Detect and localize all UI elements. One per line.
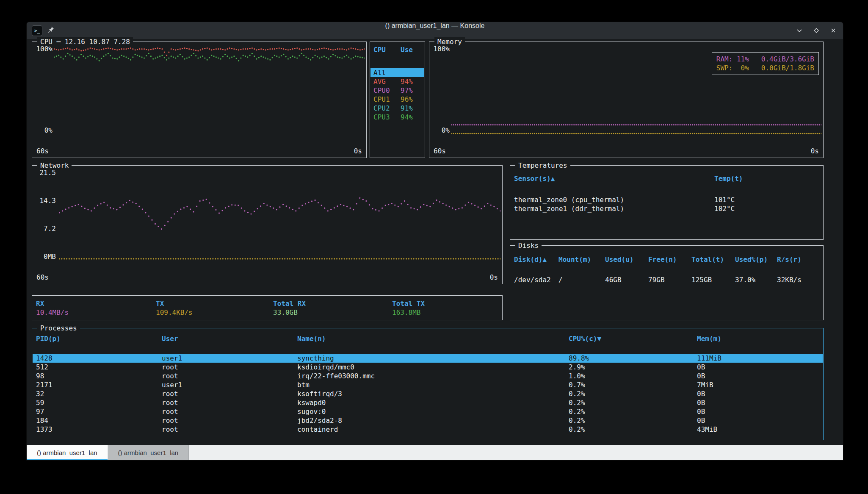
cpu-row-cpu1[interactable]: CPU1 96% bbox=[370, 95, 424, 104]
cpu-row-avg[interactable]: AVG 94% bbox=[370, 77, 424, 86]
close-button[interactable] bbox=[828, 25, 839, 36]
table-row[interactable]: thermal_zone0 (cpu_thermal) 101°C bbox=[514, 195, 819, 204]
total-tx-header: Total TX bbox=[392, 299, 498, 308]
rx-value: 10.4MB/s bbox=[36, 308, 156, 317]
cpu-legend-header: CPU Use bbox=[373, 45, 421, 54]
memory-y-max: 100% bbox=[432, 44, 450, 53]
cpu-col-header-sorted[interactable]: CPU%(c)▼ bbox=[569, 334, 697, 343]
total-rx-value: 33.0GB bbox=[273, 308, 392, 317]
processes-panel: Processes PID(p) User Name(n) CPU%(c)▼ M… bbox=[32, 328, 824, 440]
minimize-button[interactable] bbox=[794, 25, 805, 36]
rx-header: RX bbox=[36, 299, 156, 308]
table-row[interactable]: 1428user1syncthing89.8%111MiB bbox=[33, 354, 823, 363]
window-title: () armbian_user1_lan — Konsole bbox=[27, 22, 843, 39]
tx-value: 109.4KB/s bbox=[156, 308, 273, 317]
table-row[interactable]: 512rootksdioirqd/mmc02.9%0B bbox=[33, 363, 823, 372]
table-row[interactable]: 184rootjbd2/sda2-80.2%0B bbox=[33, 416, 823, 425]
disks-panel-title: Disks bbox=[515, 241, 542, 250]
processes-panel-title: Processes bbox=[37, 324, 80, 333]
net-io-values: 10.4MB/s 109.4KB/s 33.0GB 163.8MB bbox=[36, 308, 498, 317]
cpu-y-max: 100% bbox=[35, 44, 53, 53]
disks-panel: Disks Disk(d)▲ Mount(m) Used(u) Free(n) … bbox=[510, 245, 824, 320]
name-col-header[interactable]: Name(n) bbox=[297, 334, 569, 343]
memory-time-right: 0s bbox=[811, 147, 819, 155]
tab-armbian-2[interactable]: () armbian_user1_lan bbox=[108, 445, 189, 460]
temperatures-rows: thermal_zone0 (cpu_thermal) 101°C therma… bbox=[514, 195, 819, 213]
cpu-row-cpu2[interactable]: CPU2 91% bbox=[370, 104, 424, 113]
network-time-left: 60s bbox=[36, 273, 49, 282]
temperatures-panel: Temperatures Sensor(s)▲ Temp(t) thermal_… bbox=[510, 165, 824, 240]
processes-rows: 1428user1syncthing89.8%111MiB 512rootksd… bbox=[33, 354, 823, 434]
cpu-col-header: CPU bbox=[373, 45, 401, 54]
mem-col-header[interactable]: Mem(m) bbox=[697, 334, 819, 343]
temperatures-panel-title: Temperatures bbox=[515, 161, 570, 170]
konsole-window: () armbian_user1_lan — Konsole >_ bbox=[27, 22, 843, 460]
pid-col-header[interactable]: PID(p) bbox=[36, 334, 162, 343]
maximize-button[interactable] bbox=[811, 25, 822, 36]
processes-header: PID(p) User Name(n) CPU%(c)▼ Mem(m) bbox=[36, 334, 819, 343]
use-col-header: Use bbox=[401, 45, 421, 54]
memory-panel: Memory RAM: 11% 0.4GiB/3.6GiB SWP: 0% 0.… bbox=[429, 42, 824, 158]
disks-header: Disk(d)▲ Mount(m) Used(u) Free(n) Total(… bbox=[514, 255, 819, 264]
total-rx-header: Total RX bbox=[273, 299, 392, 308]
network-y-axis: 21.5 14.3 7.2 0MB bbox=[34, 168, 56, 261]
table-row[interactable]: 1373rootcontainerd0.2%43MiB bbox=[33, 425, 823, 434]
tab-armbian-1[interactable]: () armbian_user1_lan bbox=[27, 445, 108, 460]
temperatures-header: Sensor(s)▲ Temp(t) bbox=[514, 174, 819, 183]
cpu-legend-rows: All AVG 94% CPU0 97% CPU1 96% bbox=[370, 68, 424, 122]
cpu-row-cpu0[interactable]: CPU0 97% bbox=[370, 86, 424, 95]
cpu-time-right: 0s bbox=[354, 147, 362, 155]
disks-rows: /dev/sda2 / 46GB 79GB 125GB 37.0% 32KB/s bbox=[514, 275, 819, 284]
network-graph bbox=[59, 168, 500, 261]
table-row[interactable]: 2171user1btm0.7%7MiB bbox=[33, 380, 823, 389]
temp-col-header[interactable]: Temp(t) bbox=[714, 174, 819, 183]
net-io-panel: RX TX Total RX Total TX 10.4MB/s 109.4KB… bbox=[32, 295, 503, 320]
table-row[interactable]: 59rootkswapd00.2%0B bbox=[33, 398, 823, 407]
memory-graph bbox=[451, 44, 821, 135]
memory-y-min: 0% bbox=[432, 126, 450, 135]
table-row[interactable]: thermal_zone1 (ddr_thermal) 102°C bbox=[514, 204, 819, 213]
total-tx-value: 163.8MB bbox=[392, 308, 498, 317]
desktop: () armbian_user1_lan — Konsole >_ bbox=[0, 0, 868, 494]
terminal[interactable]: CPU ─ 12.16 10.87 7.28 100% 0% 60s 0s CP… bbox=[27, 39, 843, 445]
cpu-y-axis: 100% 0% bbox=[35, 44, 53, 135]
cpu-row-cpu3[interactable]: CPU3 94% bbox=[370, 113, 424, 122]
table-row[interactable]: /dev/sda2 / 46GB 79GB 125GB 37.0% 32KB/s bbox=[514, 275, 819, 284]
table-row[interactable]: 97rootsugov:00.2%0B bbox=[33, 407, 823, 416]
network-time-right: 0s bbox=[490, 273, 498, 282]
network-panel: Network 21.5 14.3 7.2 0MB 60s 0s bbox=[32, 165, 503, 284]
cpu-legend-panel: CPU Use All AVG 94% CPU0 97% bbox=[370, 42, 425, 158]
titlebar[interactable]: () armbian_user1_lan — Konsole >_ bbox=[27, 22, 843, 39]
sensor-col-header[interactable]: Sensor(s)▲ bbox=[514, 174, 714, 183]
pin-icon[interactable] bbox=[47, 25, 55, 36]
table-row[interactable]: 32rootksoftirqd/30.2%0B bbox=[33, 389, 823, 398]
cpu-row-all[interactable]: All bbox=[370, 68, 424, 77]
tab-bar: () armbian_user1_lan () armbian_user1_la… bbox=[27, 445, 843, 460]
user-col-header[interactable]: User bbox=[162, 334, 297, 343]
memory-y-axis: 100% 0% bbox=[432, 44, 450, 135]
table-row[interactable]: 98rootirq/22-ffe03000.mmc1.0%0B bbox=[33, 372, 823, 380]
cpu-panel: CPU ─ 12.16 10.87 7.28 100% 0% 60s 0s bbox=[32, 42, 367, 158]
cpu-time-left: 60s bbox=[36, 147, 49, 155]
cpu-graph bbox=[54, 44, 365, 135]
konsole-icon: >_ bbox=[32, 25, 42, 36]
net-io-header: RX TX Total RX Total TX bbox=[36, 299, 498, 308]
tx-header: TX bbox=[156, 299, 273, 308]
memory-time-left: 60s bbox=[434, 147, 446, 155]
cpu-y-min: 0% bbox=[35, 126, 53, 135]
